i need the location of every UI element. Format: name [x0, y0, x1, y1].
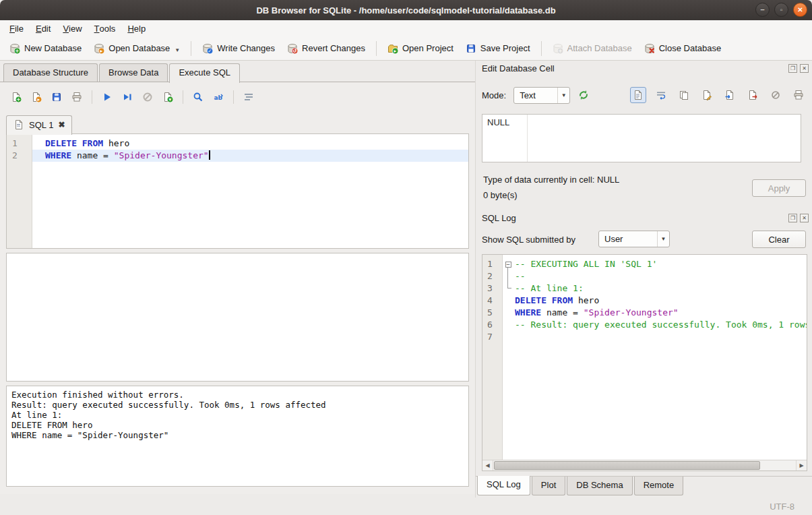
svg-text:+: +: [15, 48, 19, 54]
line-number: 7: [482, 331, 503, 343]
submitter-select[interactable]: User ▼: [598, 231, 670, 247]
auto-switch-mode-button[interactable]: [575, 87, 592, 103]
horizontal-scrollbar[interactable]: ◀ ▶: [482, 460, 807, 471]
code-line: 1DELETE FROM hero: [7, 138, 468, 150]
format-sql-button[interactable]: [241, 89, 257, 105]
svg-text:▸: ▸: [38, 96, 40, 102]
apply-button-label: Apply: [768, 183, 790, 193]
submitter-value: User: [604, 234, 623, 244]
close-database-icon: [644, 43, 655, 54]
float-icon[interactable]: ❐: [788, 64, 797, 73]
sql-tab-label: SQL 1: [29, 120, 53, 130]
tab-browse-data[interactable]: Browse Data: [99, 63, 168, 82]
scroll-left-icon[interactable]: ◀: [482, 460, 493, 471]
word-wrap-button[interactable]: [653, 87, 669, 103]
svg-text:▸: ▸: [394, 48, 397, 54]
close-button[interactable]: ✕: [793, 3, 807, 17]
import-data-button[interactable]: [722, 87, 738, 103]
minimize-icon: ‒: [761, 7, 765, 13]
titlebar[interactable]: DB Browser for SQLite - /home/user/code/…: [0, 0, 812, 20]
clear-button-label: Clear: [768, 235, 789, 245]
cell-editor-margin: [527, 115, 528, 162]
cell-mode-row: Mode: Text ▼: [482, 86, 808, 104]
scrollbar-thumb[interactable]: [494, 461, 760, 470]
stop-button: [139, 89, 156, 105]
open-sql-file-button[interactable]: ▸: [28, 89, 44, 105]
bottom-tab-remote[interactable]: Remote: [634, 477, 684, 495]
menu-view[interactable]: View: [57, 20, 88, 36]
toolbar-separator: [183, 90, 183, 104]
edit-cell-button[interactable]: [699, 87, 715, 103]
open-database-button[interactable]: ▸Open Database▼: [88, 40, 185, 57]
print-button[interactable]: [69, 89, 85, 105]
scrollbar-track[interactable]: [493, 460, 796, 471]
close-tab-icon[interactable]: ✖: [58, 120, 65, 129]
encoding-indicator[interactable]: UTF-8: [770, 502, 794, 512]
tab-execute-sql[interactable]: Execute SQL: [169, 63, 240, 83]
token: -- EXECUTING ALL IN 'SQL 1': [515, 259, 657, 269]
bottom-tab-plot[interactable]: Plot: [532, 477, 565, 495]
cell-value-editor[interactable]: NULL: [482, 114, 801, 162]
execute-current-line-button[interactable]: [119, 89, 135, 105]
new-database-button[interactable]: +New Database: [4, 40, 87, 57]
code-line: 2--: [482, 270, 807, 282]
export-data-button[interactable]: [745, 87, 761, 103]
results-grid[interactable]: [6, 253, 469, 382]
scroll-right-icon[interactable]: ▶: [796, 460, 807, 471]
token: name =: [71, 150, 114, 160]
fold-marker-icon[interactable]: [503, 270, 513, 282]
tab-database-structure[interactable]: Database Structure: [3, 63, 98, 82]
close-icon[interactable]: ✕: [800, 64, 809, 73]
code-line: 5WHERE name = "Spider-Youngster": [482, 307, 807, 319]
toolbar-separator: [541, 41, 542, 56]
new-database-button-label: New Database: [24, 43, 82, 53]
replace-button[interactable]: ab: [210, 89, 226, 105]
text-mode-button[interactable]: [630, 87, 646, 103]
fold-marker-icon[interactable]: [503, 282, 513, 295]
write-changes-button[interactable]: ✓Write Changes: [197, 40, 280, 57]
find-button[interactable]: [190, 89, 206, 105]
toolbar-separator: [376, 41, 377, 56]
sql-editor-toolbar: +▸▾ab: [8, 88, 257, 107]
token: [103, 138, 108, 148]
minimize-button[interactable]: ‒: [755, 3, 770, 17]
menu-edit[interactable]: Edit: [30, 20, 57, 36]
close-database-button[interactable]: Close Database: [639, 40, 727, 57]
menu-tools[interactable]: Tools: [88, 20, 122, 36]
code-text: WHERE name = "Spider-Youngster": [32, 150, 468, 162]
sql-editor[interactable]: 1DELETE FROM hero2WHERE name = "Spider-Y…: [6, 133, 469, 249]
close-icon[interactable]: ✕: [800, 214, 809, 222]
toolbar-separator: [191, 41, 191, 56]
clear-log-button[interactable]: Clear: [752, 231, 806, 248]
sql-log-view[interactable]: 1−-- EXECUTING ALL IN 'SQL 1'2--3-- At l…: [482, 254, 807, 471]
token: [77, 138, 82, 148]
line-number: 1: [7, 138, 32, 150]
right-dock-panel: Edit Database Cell ❐ ✕ Mode: Text ▼ NULL…: [475, 61, 812, 497]
save-sql-file-button[interactable]: [49, 89, 65, 105]
maximize-button[interactable]: ▫: [774, 3, 788, 17]
print-cell-button[interactable]: [790, 87, 807, 103]
mode-select[interactable]: Text ▼: [513, 87, 570, 104]
bottom-tab-sql-log[interactable]: SQL Log: [477, 476, 530, 495]
float-icon[interactable]: ❐: [788, 214, 797, 222]
token: --: [515, 271, 526, 281]
bottom-tab-db-schema[interactable]: DB Schema: [567, 477, 632, 495]
save-project-icon: [466, 43, 476, 54]
code-line: 7: [482, 331, 807, 343]
dropdown-caret-icon[interactable]: ▼: [175, 47, 180, 54]
token: "Spider-Youngster": [114, 150, 209, 160]
execute-all-button[interactable]: [99, 89, 115, 105]
copy-cell-button[interactable]: [676, 87, 692, 103]
save-project-button[interactable]: Save Project: [460, 40, 536, 57]
new-tab-button[interactable]: +: [8, 89, 24, 105]
menu-file[interactable]: File: [3, 20, 30, 36]
open-project-icon: ▸: [387, 43, 398, 54]
save-results-button[interactable]: ▾: [160, 89, 176, 105]
open-project-button[interactable]: ▸Open Project: [382, 40, 459, 57]
fold-marker-icon[interactable]: −: [503, 258, 513, 270]
token: FROM: [552, 295, 573, 305]
attach-database-button-label: Attach Database: [567, 43, 632, 53]
sql-tab[interactable]: SQL 1 ✖: [6, 115, 72, 135]
menu-help[interactable]: Help: [121, 20, 152, 36]
revert-changes-button[interactable]: ↺Revert Changes: [282, 40, 371, 57]
